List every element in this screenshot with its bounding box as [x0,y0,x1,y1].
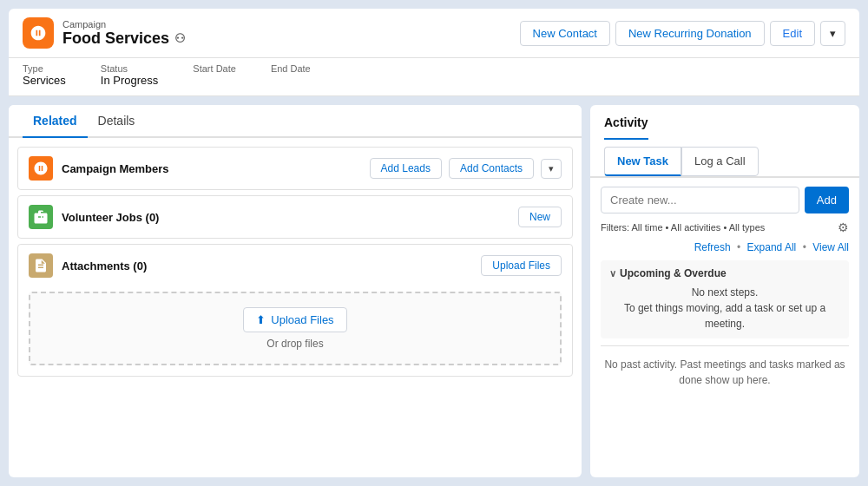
tab-new-task[interactable]: New Task [604,147,681,176]
new-contact-button[interactable]: New Contact [520,21,610,46]
end-date-label: End Date [271,63,311,74]
tab-related[interactable]: Related [23,105,88,138]
view-all-link[interactable]: View All [812,241,849,253]
upload-area-label: Upload Files [271,313,333,326]
expand-all-link[interactable]: Expand All [747,241,797,253]
refresh-link[interactable]: Refresh [694,241,731,253]
breadcrumb: Campaign [62,19,186,30]
type-value: Services [23,74,66,87]
upcoming-chevron: ∨ [609,268,616,279]
drop-hint: Or drop files [44,338,546,350]
campaign-members-title: Campaign Members [62,162,169,175]
status-value: In Progress [101,74,158,87]
campaign-icon [23,17,54,49]
volunteer-jobs-card: Volunteer Jobs (0) New [17,195,573,239]
no-next-steps: No next steps. [609,285,840,300]
activity-header: Activity New Task Log a Call [590,105,859,178]
add-leads-button[interactable]: Add Leads [370,158,442,179]
campaign-members-card: Campaign Members Add Leads Add Contacts … [17,147,573,190]
upload-icon: ⬆ [256,313,266,326]
related-content: Campaign Members Add Leads Add Contacts … [9,138,582,385]
filter-text: Filters: All time • All activities • All… [601,222,765,233]
add-button[interactable]: Add [805,187,849,213]
tab-details[interactable]: Details [88,105,146,138]
add-contacts-button[interactable]: Add Contacts [449,158,534,179]
activity-tabs: New Task Log a Call [604,147,845,176]
campaign-members-dropdown[interactable]: ▾ [541,159,562,179]
header-actions: New Contact New Recurring Donation Edit … [520,21,845,46]
network-icon: ⚇ [174,31,186,45]
links-row: Refresh • Expand All • View All [601,241,849,253]
separator [601,345,849,346]
attachments-icon [29,253,53,278]
tab-log-call[interactable]: Log a Call [681,147,759,176]
upload-area-button[interactable]: ⬆ Upload Files [243,307,346,332]
volunteer-jobs-icon [29,205,53,229]
volunteer-jobs-new-button[interactable]: New [518,207,562,227]
activity-body: Add Filters: All time • All activities •… [590,178,859,477]
upcoming-title: Upcoming & Overdue [620,267,727,279]
upload-drop-zone[interactable]: ⬆ Upload Files Or drop files [29,292,562,365]
past-activity-text: No past activity. Past meetings and task… [601,353,849,391]
new-recurring-donation-button[interactable]: New Recurring Donation [615,21,765,46]
upcoming-section: ∨ Upcoming & Overdue No next steps. To g… [601,260,849,338]
create-new-input[interactable] [601,187,799,213]
start-date-label: Start Date [193,63,236,74]
dropdown-button[interactable]: ▾ [820,21,845,46]
attachments-card: Attachments (0) Upload Files ⬆ Upload Fi… [17,244,573,377]
page-title: Food Services [62,30,169,48]
attachments-upload-button[interactable]: Upload Files [481,255,562,276]
status-label: Status [101,63,158,74]
volunteer-jobs-title: Volunteer Jobs (0) [62,211,159,224]
activity-title: Activity [604,115,648,140]
attachments-title: Attachments (0) [62,259,147,273]
campaign-members-icon [29,156,53,181]
tab-bar: Related Details [9,105,582,138]
meta-row: Type Services Status In Progress Start D… [9,58,859,96]
edit-button[interactable]: Edit [770,21,815,46]
gear-icon[interactable]: ⚙ [838,220,849,234]
call-to-action: To get things moving, add a task or set … [609,300,840,332]
type-label: Type [23,63,66,74]
